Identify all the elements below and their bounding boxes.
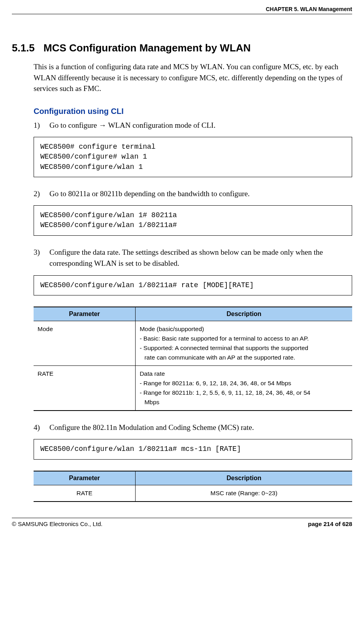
page-header: CHAPTER 5. WLAN Management <box>12 6 352 14</box>
step-text: Go to configure → WLAN configuration mod… <box>49 120 352 131</box>
section-intro: This is a function of configuring data r… <box>34 61 352 94</box>
table-header-description: Description <box>136 471 352 485</box>
cell-desc: MSC rate (Range: 0~23) <box>136 485 352 502</box>
table-row: RATE MSC rate (Range: 0~23) <box>34 485 352 502</box>
cell-param: Mode <box>34 321 136 365</box>
table-header-parameter: Parameter <box>34 307 136 321</box>
step-number: 2) <box>34 188 49 200</box>
footer-page-number: page 214 of 628 <box>308 521 352 527</box>
step-3: 3) Configure the data rate. The settings… <box>34 247 352 269</box>
cell-param: RATE <box>34 485 136 502</box>
section-heading: 5.1.5 MCS Configuration Management by WL… <box>12 42 352 54</box>
table-row: Mode Mode (basic/supported) - Basic: Bas… <box>34 321 352 365</box>
footer-copyright: © SAMSUNG Electronics Co., Ltd. <box>12 521 102 527</box>
step-4: 4) Configure the 802.11n Modulation and … <box>34 422 352 433</box>
page-footer: © SAMSUNG Electronics Co., Ltd. page 214… <box>12 518 352 527</box>
code-block-4: WEC8500/configure/wlan 1/80211a# mcs-11n… <box>34 439 352 459</box>
step-text: Configure the 802.11n Modulation and Cod… <box>49 422 352 433</box>
table-row: RATE Data rate - Range for 80211a: 6, 9,… <box>34 365 352 411</box>
code-block-1: WEC8500# configure terminal WEC8500/conf… <box>34 137 352 177</box>
section-title: MCS Configuration Management by WLAN <box>43 42 251 54</box>
cell-desc: Data rate - Range for 80211a: 6, 9, 12, … <box>136 365 352 411</box>
step-number: 1) <box>34 120 49 131</box>
code-block-3: WEC8500/configure/wlan 1/80211a# rate [M… <box>34 275 352 295</box>
step-number: 3) <box>34 247 49 269</box>
parameter-table-2: Parameter Description RATE MSC rate (Ran… <box>34 471 352 502</box>
parameter-table-1: Parameter Description Mode Mode (basic/s… <box>34 307 352 411</box>
step-1: 1) Go to configure → WLAN configuration … <box>34 120 352 131</box>
chapter-title: CHAPTER 5. WLAN Management <box>12 6 352 12</box>
step-number: 4) <box>34 422 49 433</box>
code-block-2: WEC8500/configure/wlan 1# 80211a WEC8500… <box>34 205 352 235</box>
cell-param: RATE <box>34 365 136 411</box>
section-number: 5.1.5 <box>12 42 43 54</box>
table-header-description: Description <box>136 307 352 321</box>
step-2: 2) Go to 80211a or 80211b depending on t… <box>34 188 352 200</box>
step-text: Configure the data rate. The settings de… <box>49 247 352 269</box>
config-cli-heading: Configuration using CLI <box>34 107 352 116</box>
cell-desc: Mode (basic/supported) - Basic: Basic ra… <box>136 321 352 365</box>
step-text: Go to 80211a or 80211b depending on the … <box>49 188 352 200</box>
table-header-parameter: Parameter <box>34 471 136 485</box>
